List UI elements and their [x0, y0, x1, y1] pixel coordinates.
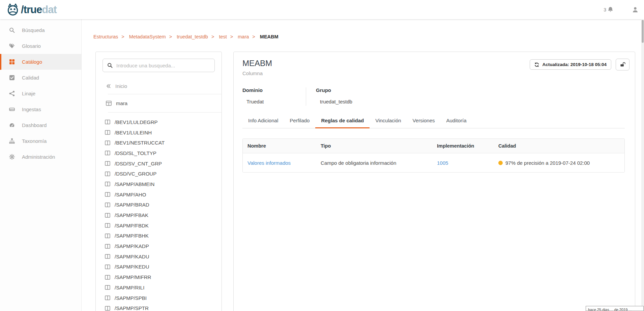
breadcrumb-link[interactable]: Estructuras [93, 34, 118, 39]
tree-root-item[interactable]: mara [96, 94, 222, 112]
tree-item[interactable]: /SAPMP/FBDK [105, 220, 222, 231]
tree-root-label: mara [116, 100, 127, 106]
sidebar-item[interactable]: Ingestas [0, 101, 81, 117]
notifications-button[interactable]: 3 [604, 6, 614, 13]
breadcrumb-separator: > [230, 34, 233, 39]
breadcrumb-separator: > [252, 34, 255, 39]
tree-item[interactable]: /SAPMP/SPTR [105, 303, 222, 311]
tree-item-label: /SAPMP/ABMEIN [115, 181, 154, 187]
tree-item-label: /SAPMP/KEDU [115, 264, 149, 270]
sidebar-item-label: Linaje [22, 91, 35, 96]
columns-icon [105, 151, 110, 155]
truedat-logo[interactable]: /truedat [6, 3, 57, 17]
unlock-button[interactable] [616, 59, 630, 70]
chevrons-left-icon [106, 84, 111, 89]
tree-item-label: /SAPMP/BRAD [115, 202, 149, 208]
columns-icon [105, 275, 110, 280]
sidebar-item[interactable]: Glosario [0, 38, 81, 54]
scrollbar-thumb[interactable] [642, 20, 644, 43]
tab[interactable]: Versiones [407, 114, 441, 128]
tab-label: Perfilado [290, 118, 310, 123]
tree-item-list: /BEV1/LULDEGRP /BEV1/LULEINH /BEV1/NESTR… [96, 113, 222, 311]
tree-item[interactable]: /DSD/SL_TOLTYP [105, 148, 222, 158]
tab[interactable]: Perfilado [284, 114, 315, 128]
sidebar-item[interactable]: Catálogo [0, 54, 81, 70]
structure-detail-card: MEABM Columna Actualizada: 2019-10-18 05… [233, 52, 635, 311]
table-column-header: Implementación [432, 143, 494, 149]
tree-item-label: /DSD/SL_TOLTYP [115, 150, 156, 156]
tree-item[interactable]: /DSD/SV_CNT_GRP [105, 158, 222, 169]
tree-item[interactable]: /SAPMP/SPBI [105, 293, 222, 303]
quality-status-dot [498, 161, 503, 165]
top-bar: /truedat 3 [0, 0, 644, 19]
sidebar-item[interactable]: Administración [0, 149, 81, 165]
tab[interactable]: Auditoría [440, 114, 472, 128]
columns-icon [105, 265, 110, 269]
columns-icon [105, 234, 110, 238]
breadcrumb-link[interactable]: mara [238, 34, 249, 39]
breadcrumb-link[interactable]: test [219, 34, 227, 39]
implementation-link[interactable]: 1005 [437, 160, 448, 166]
sidebar-item[interactable]: Linaje [0, 86, 81, 101]
updated-button[interactable]: Actualizada: 2019-10-18 05:04 [530, 59, 611, 70]
sidebar-item-label: Catálogo [22, 59, 42, 65]
tree-item[interactable]: /SAPMP/FBAK [105, 210, 222, 220]
tree-item[interactable]: /SAPMP/KADP [105, 241, 222, 251]
sidebar-item[interactable]: Taxonomía [0, 133, 81, 149]
sidebar-item[interactable]: Calidad [0, 70, 81, 86]
tab[interactable]: Reglas de calidad [315, 114, 370, 128]
tree-item[interactable]: /SAPMP/AHO [105, 189, 222, 200]
table-body: Valores informados Campo de obligatoria … [243, 153, 624, 172]
tree-item[interactable]: /SAPMP/FBHK [105, 231, 222, 241]
tree-item[interactable]: /BEV1/LULEINH [105, 127, 222, 138]
logo-wordmark: /truedat [21, 4, 57, 16]
breadcrumb-item: test> [219, 34, 236, 39]
sidebar-item[interactable]: Dashboard [0, 117, 81, 133]
drive-icon [9, 106, 15, 112]
gear-icon [9, 154, 15, 160]
tree-item[interactable]: /SAPMP/RILI [105, 282, 222, 293]
tree-item-label: /SAPMP/FBAK [115, 212, 148, 218]
tree-item[interactable]: /SAPMP/BRAD [105, 200, 222, 210]
table-header-row: Nombre Tipo Implementación Calidad [243, 139, 624, 153]
tree-home-button[interactable]: Inicio [96, 79, 222, 94]
tab[interactable]: Info Adicional [242, 114, 284, 128]
tree-item-label: /BEV1/NESTRUCCAT [115, 140, 165, 146]
sidebar-item-label: Dashboard [22, 122, 47, 128]
tree-item[interactable]: /SAPMP/ABMEIN [105, 179, 222, 189]
breadcrumb-item: mara> [238, 34, 259, 39]
tags-icon [9, 43, 15, 49]
columns-icon [105, 296, 110, 300]
tree-item[interactable]: /SAPMP/MIFRR [105, 272, 222, 282]
columns-icon [105, 244, 110, 249]
structure-type-label: Columna [242, 70, 625, 76]
tree-item[interactable]: /BEV1/NESTRUCCAT [105, 137, 222, 148]
columns-icon [105, 306, 110, 311]
field-value: Truedat [246, 99, 306, 104]
tree-item[interactable]: /DSD/VC_GROUP [105, 168, 222, 179]
tree-item[interactable]: /SAPMP/KADU [105, 251, 222, 262]
quality-cell: 97% de precisión a 2019-07-24 02:00 [494, 160, 624, 166]
columns-icon [105, 285, 110, 290]
sidebar-item-label: Administración [22, 154, 55, 160]
refresh-icon [534, 62, 539, 67]
sidebar-item-label: Ingestas [22, 106, 41, 112]
tab[interactable]: Vinculación [370, 114, 407, 128]
tree-item[interactable]: /BEV1/LULDEGRP [105, 117, 222, 127]
columns-icon [105, 254, 110, 259]
user-icon [632, 6, 639, 13]
sidebar-item-label: Taxonomía [22, 138, 47, 144]
owl-logo-icon [6, 3, 20, 17]
tree-item-label: /SAPMP/MIFRR [115, 274, 151, 280]
tree-search-input[interactable] [116, 63, 210, 68]
breadcrumb-link[interactable]: MetadataSystem [129, 34, 166, 39]
tree-item[interactable]: /SAPMP/KEDU [105, 262, 222, 272]
page-scrollbar[interactable] [641, 19, 644, 311]
user-menu-button[interactable] [632, 6, 639, 13]
rule-name-link[interactable]: Valores informados [247, 160, 291, 166]
columns-icon [105, 161, 110, 166]
sidebar-item[interactable]: Búsqueda [0, 22, 81, 38]
metadata-fields: Dominio Truedat Grupo truedat_testdb [242, 87, 625, 106]
breadcrumb-link[interactable]: truedat_testdb [177, 34, 208, 39]
tree-item-label: /SAPMP/RILI [115, 285, 144, 290]
